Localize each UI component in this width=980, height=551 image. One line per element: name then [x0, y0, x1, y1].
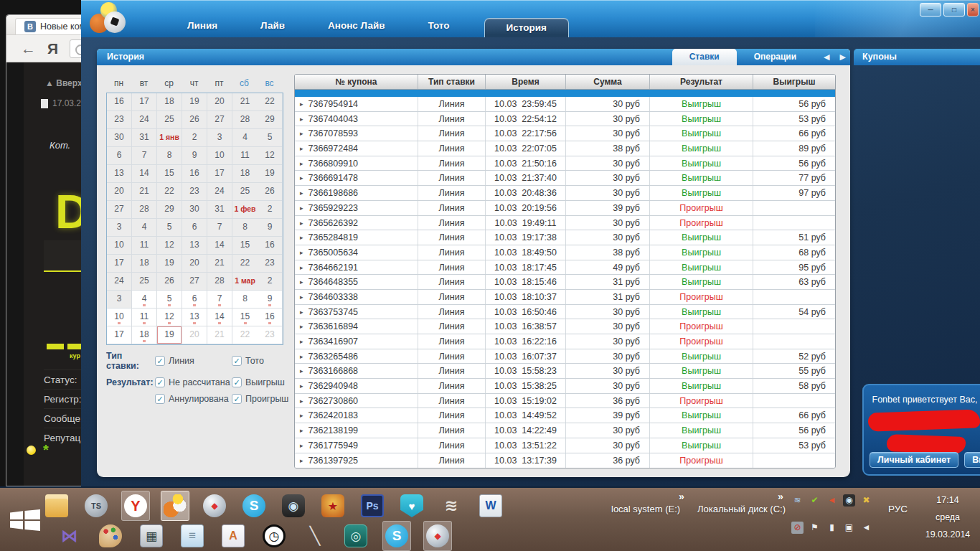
- filter-annulirovana[interactable]: ✓Аннулирована: [155, 394, 232, 404]
- prev-page-arrow[interactable]: ◀: [824, 49, 829, 65]
- clock[interactable]: 17:14 среда 19.03.2014: [918, 492, 977, 543]
- calendar-day[interactable]: 14: [207, 237, 232, 255]
- calendar-day[interactable]: 1 мар: [232, 273, 258, 291]
- calendar-day[interactable]: 12: [157, 237, 182, 255]
- calendar-day[interactable]: 23: [258, 326, 283, 344]
- calendar-day[interactable]: 21: [207, 326, 232, 344]
- table-row[interactable]: ▸7366691478 Линия 10.03 21:37:40 30 руб …: [295, 171, 835, 186]
- calendar-day[interactable]: 25: [132, 273, 157, 291]
- calendar-day[interactable]: 31: [207, 201, 232, 219]
- wifi-share-icon[interactable]: ≋: [438, 491, 465, 520]
- notepad-icon[interactable]: ≡: [179, 522, 206, 550]
- calendar-day[interactable]: 14: [207, 309, 232, 326]
- calendar-day[interactable]: 27: [182, 273, 207, 291]
- network-signal-tray-icon[interactable]: ≋: [791, 494, 804, 507]
- expand-row-icon[interactable]: ▸: [300, 130, 303, 137]
- table-row[interactable]: ▸7367404043 Линия 10.03 22:54:12 30 руб …: [295, 112, 835, 127]
- table-row[interactable]: ▸7365929223 Линия 10.03 20:19:56 39 руб …: [295, 201, 835, 216]
- calendar-day[interactable]: 12: [258, 147, 283, 165]
- column-header[interactable]: Результат: [650, 75, 753, 89]
- fonbet-icon[interactable]: [161, 491, 189, 520]
- personal-cabinet-button[interactable]: Личный кабинет: [870, 452, 958, 468]
- expand-row-icon[interactable]: ▸: [300, 427, 303, 434]
- calendar-day[interactable]: 11: [232, 147, 258, 165]
- table-row[interactable]: ▸7364662191 Линия 10.03 18:17:45 49 руб …: [295, 260, 835, 276]
- calendar-day[interactable]: 13: [107, 165, 132, 183]
- health-shield-icon[interactable]: ♥: [398, 491, 425, 520]
- calendar-day[interactable]: 24: [207, 183, 232, 201]
- microphone-icon[interactable]: ╲: [301, 522, 329, 550]
- minimize-button[interactable]: ─: [920, 3, 941, 17]
- antivirus-ok-tray-icon[interactable]: ✔: [809, 494, 821, 507]
- calendar-day[interactable]: 19: [157, 326, 182, 344]
- table-row[interactable]: ▸7362138199 Линия 10.03 14:22:49 30 руб …: [295, 423, 835, 438]
- table-row[interactable]: ▸7364648355 Линия 10.03 18:15:46 31 руб …: [295, 275, 835, 290]
- calendar-day[interactable]: 31: [132, 129, 157, 147]
- network-pc-tray-icon[interactable]: ▣: [843, 522, 855, 534]
- steam-tray-icon[interactable]: ◉: [843, 494, 855, 507]
- battery-tray-icon[interactable]: ▮: [826, 522, 838, 534]
- calendar-day[interactable]: 10: [207, 147, 232, 165]
- calendar-day[interactable]: 9: [182, 147, 207, 165]
- calendar-day[interactable]: 1 фев: [232, 201, 258, 219]
- table-row[interactable]: ▸7365626392 Линия 10.03 19:49:11 30 руб …: [295, 216, 835, 231]
- expand-row-icon[interactable]: ▸: [300, 442, 303, 449]
- teamspeak-icon[interactable]: TS: [83, 491, 110, 520]
- expand-row-icon[interactable]: ▸: [300, 293, 303, 301]
- calendar-day[interactable]: 19: [258, 165, 283, 183]
- calendar-day[interactable]: 4: [132, 219, 157, 237]
- yandex-logo[interactable]: Я: [47, 40, 58, 57]
- table-row[interactable]: ▸7363416907 Линия 10.03 16:22:16 30 руб …: [295, 334, 835, 349]
- close-button[interactable]: ×: [967, 3, 979, 17]
- expand-row-icon[interactable]: ▸: [300, 278, 303, 286]
- calendar-day[interactable]: 26: [157, 273, 182, 291]
- table-row[interactable]: ▸7364603338 Линия 10.03 18:10:37 31 руб …: [295, 290, 835, 305]
- expand-row-icon[interactable]: ▸: [300, 116, 303, 123]
- start-button[interactable]: [10, 509, 40, 534]
- toolbar-overflow-chevron[interactable]: »: [679, 491, 684, 502]
- calendar-day[interactable]: 1 янв: [157, 129, 182, 147]
- calendar-day[interactable]: 2: [258, 273, 283, 291]
- expand-row-icon[interactable]: ▸: [300, 367, 303, 375]
- filter-ne-rasschitana[interactable]: ✓Не рассчитана: [155, 377, 232, 387]
- camtasia-icon[interactable]: ◎: [342, 522, 369, 550]
- skype-running-icon[interactable]: S: [383, 522, 410, 550]
- calendar-day[interactable]: 15: [232, 309, 258, 326]
- calendar-day[interactable]: 16: [258, 309, 283, 326]
- calendar-day[interactable]: 18: [157, 93, 182, 111]
- expand-row-icon[interactable]: ▸: [300, 264, 303, 271]
- table-row[interactable]: ▸7366972484 Линия 10.03 22:07:05 38 руб …: [295, 141, 835, 156]
- calendar-day[interactable]: 28: [232, 111, 258, 129]
- post-date-link[interactable]: 17.03.2: [41, 98, 81, 108]
- calendar-day[interactable]: 23: [258, 255, 283, 273]
- muted-speaker-tray-icon[interactable]: ◄: [826, 494, 838, 507]
- calendar-day[interactable]: 30: [182, 201, 207, 219]
- calendar-day[interactable]: 14: [132, 165, 157, 183]
- calendar-day[interactable]: 10: [107, 237, 132, 255]
- expand-row-icon[interactable]: ▸: [300, 412, 303, 419]
- calendar-day[interactable]: 18: [132, 326, 157, 344]
- calendar-day[interactable]: 9: [258, 219, 283, 237]
- medal-icon[interactable]: ★: [319, 491, 347, 520]
- blocked-tray-icon[interactable]: ⊘: [791, 522, 804, 534]
- logout-button[interactable]: Выйти: [964, 452, 980, 468]
- calendar-day[interactable]: 18: [232, 165, 258, 183]
- calendar-day[interactable]: 3: [207, 129, 232, 147]
- calendar-day[interactable]: 19: [157, 255, 182, 273]
- column-header[interactable]: Тип ставки: [418, 75, 486, 89]
- calendar-day[interactable]: 6: [182, 219, 207, 237]
- calendar-day[interactable]: 24: [107, 273, 132, 291]
- tab-stavki[interactable]: Ставки: [672, 49, 737, 65]
- calendar-day[interactable]: 17: [132, 93, 157, 111]
- table-row[interactable]: ▸7366809910 Линия 10.03 21:50:16 30 руб …: [295, 156, 835, 171]
- next-page-arrow[interactable]: ▶: [840, 49, 846, 65]
- table-row[interactable]: ▸7361775949 Линия 10.03 13:51:22 30 руб …: [295, 438, 835, 453]
- calendar-day[interactable]: 5: [258, 129, 283, 147]
- calendar-day[interactable]: 24: [132, 111, 157, 129]
- table-row[interactable]: ▸7367078593 Линия 10.03 22:17:56 30 руб …: [295, 126, 835, 141]
- filter-proigrysh[interactable]: ✓Проигрыш: [232, 394, 288, 404]
- maximize-button[interactable]: □: [943, 3, 965, 17]
- steam-icon[interactable]: ◉: [280, 491, 307, 520]
- calendar-day[interactable]: 29: [157, 201, 182, 219]
- calendar-day[interactable]: 7: [207, 219, 232, 237]
